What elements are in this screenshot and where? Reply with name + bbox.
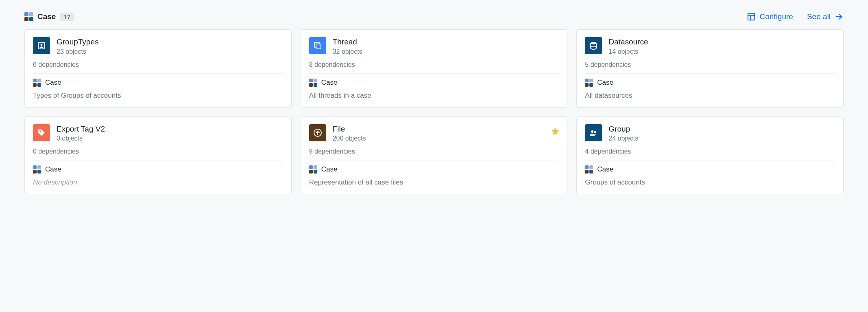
card-object-count: 23 objects — [57, 48, 99, 55]
svg-point-5 — [41, 44, 43, 46]
svg-point-9 — [39, 131, 41, 132]
layout-icon — [747, 12, 756, 21]
case-tag: Case — [309, 79, 559, 87]
card-dependencies: 8 dependencies — [309, 61, 559, 74]
case-app-icon — [33, 79, 41, 87]
card-description: Types of Groups of accounts — [33, 92, 283, 100]
object-card[interactable]: Datasource14 objects5 dependenciesCaseAl… — [576, 29, 844, 108]
case-tag-label: Case — [597, 79, 613, 87]
arrow-right-icon — [835, 12, 844, 21]
case-tag-label: Case — [321, 165, 338, 174]
card-description: No description — [33, 178, 283, 187]
card-title: GroupTypes — [57, 37, 99, 47]
configure-button[interactable]: Configure — [747, 12, 793, 21]
object-card[interactable]: GroupTypes23 objects6 dependenciesCaseTy… — [24, 29, 292, 108]
object-card[interactable]: Export Tag V20 objects0 dependenciesCase… — [24, 116, 292, 195]
card-title: Export Tag V2 — [57, 124, 105, 134]
case-tag: Case — [585, 79, 835, 87]
svg-point-11 — [591, 130, 593, 133]
svg-point-12 — [594, 131, 596, 133]
card-dependencies: 0 dependencies — [33, 148, 283, 160]
profile-frame-icon — [33, 37, 50, 54]
star-icon — [551, 127, 560, 136]
section-header: Case 17 — [24, 12, 74, 21]
section-title: Case — [37, 12, 56, 21]
case-app-icon — [33, 165, 41, 174]
case-app-icon — [585, 79, 593, 87]
case-app-icon — [24, 12, 33, 21]
svg-rect-0 — [748, 13, 755, 20]
svg-rect-7 — [316, 44, 321, 49]
case-tag: Case — [33, 165, 283, 174]
case-tag: Case — [33, 79, 283, 87]
card-description: All datasources — [585, 92, 835, 100]
object-card[interactable]: Group24 objects4 dependenciesCaseGroups … — [576, 116, 844, 195]
card-description: Representation of all case files — [309, 178, 559, 187]
card-title: Group — [608, 124, 638, 134]
card-object-count: 14 objects — [608, 48, 648, 55]
object-card[interactable]: Thread32 objects8 dependenciesCaseAll th… — [301, 29, 568, 108]
card-title: File — [333, 124, 366, 134]
card-title: Datasource — [608, 37, 648, 47]
card-object-count: 24 objects — [608, 135, 638, 142]
case-tag-label: Case — [45, 79, 61, 87]
case-tag-label: Case — [321, 79, 338, 87]
see-all-button[interactable]: See all — [807, 12, 844, 21]
card-description: Groups of accounts — [585, 178, 835, 187]
case-app-icon — [585, 165, 593, 174]
case-tag: Case — [585, 165, 835, 174]
upload-icon — [309, 124, 326, 141]
see-all-label: See all — [807, 12, 831, 21]
card-object-count: 200 objects — [333, 135, 366, 142]
card-dependencies: 4 dependencies — [585, 148, 835, 160]
card-dependencies: 9 dependencies — [309, 148, 559, 160]
case-tag: Case — [309, 165, 559, 174]
case-app-icon — [309, 79, 317, 87]
case-app-icon — [309, 165, 317, 174]
card-description: All threads in a case — [309, 92, 559, 100]
card-dependencies: 6 dependencies — [33, 61, 283, 74]
count-badge: 17 — [60, 13, 74, 21]
case-tag-label: Case — [45, 165, 61, 174]
card-object-count: 0 objects — [57, 135, 105, 142]
svg-point-8 — [591, 42, 596, 44]
card-dependencies: 5 dependencies — [585, 61, 835, 74]
group-icon — [585, 124, 602, 141]
thread-icon — [309, 37, 326, 54]
card-title: Thread — [333, 37, 362, 47]
object-card[interactable]: File200 objects9 dependenciesCaseReprese… — [301, 116, 568, 195]
tag-icon — [33, 124, 50, 141]
database-icon — [585, 37, 602, 54]
card-object-count: 32 objects — [333, 48, 362, 55]
configure-label: Configure — [760, 12, 793, 21]
case-tag-label: Case — [597, 165, 613, 174]
